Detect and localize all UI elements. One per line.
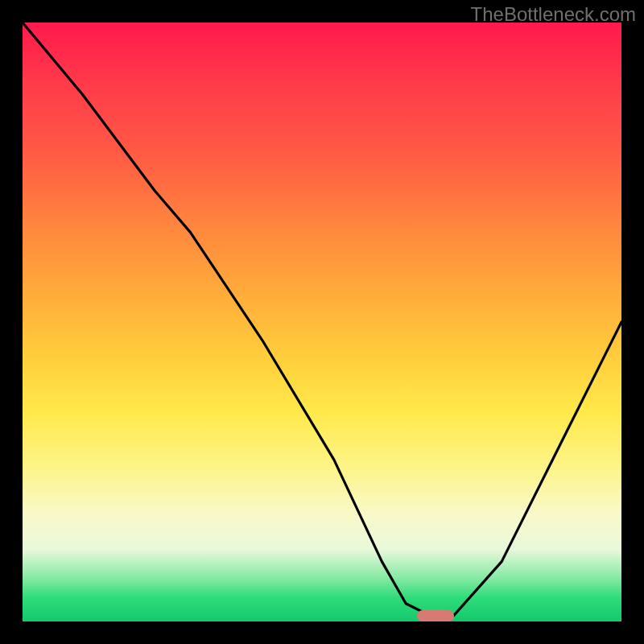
- optimal-marker: [417, 610, 454, 621]
- chart-frame: TheBottleneck.com: [0, 0, 644, 644]
- bottleneck-curve-path: [23, 23, 621, 616]
- plot-area: [23, 23, 621, 621]
- curve-svg: [23, 23, 621, 621]
